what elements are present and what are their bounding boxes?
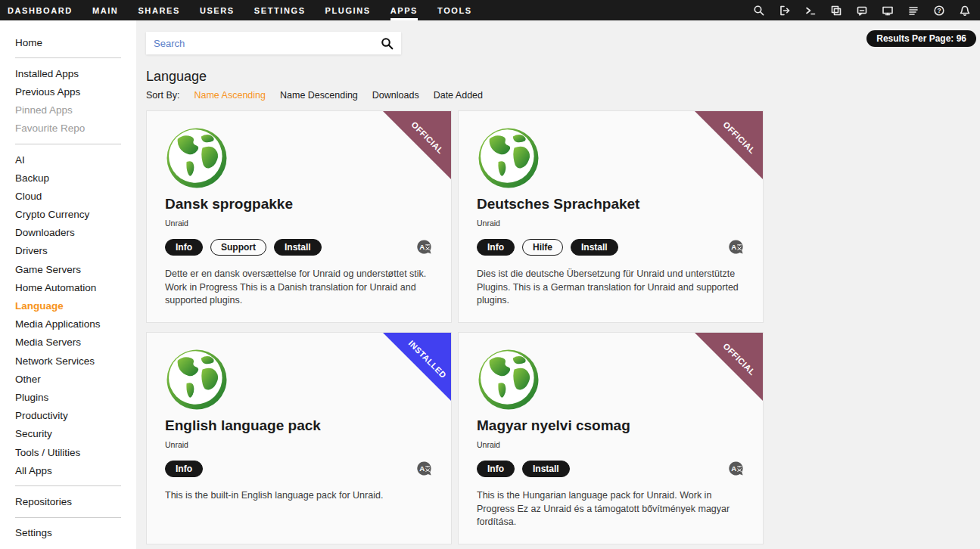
sidebar-item-favourite-repo: Favourite Repo (0, 119, 136, 138)
app-button-row: Info Hilfe Install A (477, 238, 745, 256)
search-submit-icon[interactable] (381, 37, 394, 50)
sidebar-item-language[interactable]: Language (0, 296, 136, 315)
svg-text:A: A (419, 464, 425, 473)
official-ribbon: OFFICIAL (382, 110, 452, 180)
sidebar-divider (15, 57, 121, 58)
top-navbar: DASHBOARD MAIN SHARES USERS SETTINGS PLU… (0, 0, 980, 20)
svg-text:A: A (731, 243, 736, 251)
logout-icon[interactable] (779, 5, 791, 17)
app-title[interactable]: English language pack (165, 417, 433, 434)
sidebar-item-downloaders[interactable]: Downloaders (0, 224, 136, 242)
sidebar-item-crypto-currency[interactable]: Crypto Currency (0, 206, 136, 224)
sidebar-divider (15, 517, 121, 518)
app-title[interactable]: Deutsches Sprachpaket (477, 196, 745, 212)
sidebar-item-media-servers[interactable]: Media Servers (0, 333, 136, 352)
sidebar-item-settings[interactable]: Settings (0, 524, 136, 542)
display-icon[interactable] (882, 5, 894, 17)
app-card-magyar-nyelvi-csomag: OFFICIAL Magyar nyelvi csomag Unraid Inf… (458, 332, 764, 544)
sidebar-item-productivity[interactable]: Productivity (0, 407, 136, 425)
sidebar-item-cloud[interactable]: Cloud (0, 187, 136, 205)
install-button[interactable]: Install (571, 239, 618, 256)
info-button[interactable]: Info (477, 461, 515, 477)
sidebar-item-backup[interactable]: Backup (0, 169, 136, 187)
sidebar-item-pinned-apps: Pinned Apps (0, 101, 136, 119)
support-button[interactable]: Hilfe (522, 239, 563, 256)
sidebar-item-other[interactable]: Other (0, 370, 136, 388)
sidebar: Home Installed Apps Previous Apps Pinned… (0, 20, 136, 549)
translate-icon[interactable]: A (727, 238, 745, 256)
app-card-deutsches-sprachpaket: OFFICIAL Deutsches Sprachpaket Unraid In… (458, 110, 764, 323)
copy-icon[interactable] (830, 5, 842, 17)
sidebar-item-ai[interactable]: AI (0, 150, 136, 169)
sidebar-item-media-applications[interactable]: Media Applications (0, 315, 136, 333)
search-input[interactable] (154, 38, 381, 49)
globe-icon[interactable] (165, 348, 229, 411)
nav-item-settings[interactable]: SETTINGS (254, 0, 306, 20)
nav-icon-group: ? (753, 0, 980, 20)
sidebar-divider (15, 144, 121, 144)
nav-item-plugins[interactable]: PLUGINS (325, 0, 371, 20)
installed-ribbon: INSTALLED (382, 332, 452, 402)
main-layout: Home Installed Apps Previous Apps Pinned… (0, 20, 980, 549)
sidebar-item-security[interactable]: Security (0, 425, 136, 443)
app-button-row: Info A (165, 460, 433, 477)
notifications-icon[interactable] (959, 5, 971, 17)
install-button[interactable]: Install (522, 461, 570, 477)
sidebar-item-tools-utilities[interactable]: Tools / Utilities (0, 443, 136, 461)
sort-name-descending[interactable]: Name Descending (280, 90, 358, 101)
log-icon[interactable] (907, 5, 919, 17)
terminal-icon[interactable] (804, 5, 817, 17)
translate-icon[interactable]: A (727, 460, 745, 477)
app-author: Unraid (477, 219, 745, 228)
page-title: Language (146, 69, 980, 85)
sidebar-item-plugins[interactable]: Plugins (0, 388, 136, 406)
nav-item-users[interactable]: USERS (200, 0, 235, 20)
sort-row: Sort By: Name Ascending Name Descending … (146, 90, 980, 101)
app-description: This is the built-in English language pa… (165, 489, 433, 503)
sidebar-item-game-servers[interactable]: Game Servers (0, 260, 136, 278)
sort-name-ascending[interactable]: Name Ascending (194, 90, 266, 101)
sidebar-item-all-apps[interactable]: All Apps (0, 461, 136, 479)
globe-icon[interactable] (477, 126, 540, 190)
app-card-english-language-pack: INSTALLED English language pack Unraid I… (146, 332, 452, 544)
svg-text:A: A (419, 243, 425, 251)
app-description: Dies ist die deutsche Übersetzung für Un… (477, 268, 745, 308)
sidebar-item-network-services[interactable]: Network Services (0, 352, 136, 370)
app-author: Unraid (165, 219, 433, 228)
info-button[interactable]: Info (477, 239, 515, 256)
app-card-grid: OFFICIAL Dansk sprogpakke Unraid Info Su… (146, 110, 980, 544)
official-ribbon: OFFICIAL (694, 332, 764, 402)
app-button-row: Info Install A (477, 460, 745, 477)
translate-icon[interactable]: A (415, 238, 433, 256)
sort-downloads[interactable]: Downloads (372, 90, 419, 101)
search-box (146, 32, 401, 54)
sidebar-item-home[interactable]: Home (0, 33, 136, 51)
nav-item-shares[interactable]: SHARES (138, 0, 179, 20)
sidebar-item-installed-apps[interactable]: Installed Apps (0, 64, 136, 82)
results-per-page-button[interactable]: Results Per Page: 96 (866, 30, 976, 47)
sort-date-added[interactable]: Date Added (434, 90, 483, 101)
info-button[interactable]: Info (165, 239, 203, 256)
app-title[interactable]: Dansk sprogpakke (165, 196, 433, 212)
feedback-icon[interactable] (856, 5, 868, 17)
app-author: Unraid (477, 440, 745, 449)
globe-icon[interactable] (477, 348, 540, 411)
globe-icon[interactable] (165, 126, 229, 190)
info-button[interactable]: Info (165, 461, 203, 477)
translate-icon[interactable]: A (415, 460, 433, 477)
sidebar-item-home-automation[interactable]: Home Automation (0, 278, 136, 296)
sidebar-item-repositories[interactable]: Repositories (0, 492, 136, 510)
install-button[interactable]: Install (274, 239, 322, 256)
official-ribbon: OFFICIAL (694, 110, 764, 180)
sidebar-item-previous-apps[interactable]: Previous Apps (0, 82, 136, 101)
support-button[interactable]: Support (210, 239, 266, 256)
nav-item-dashboard[interactable]: DASHBOARD (8, 0, 73, 20)
sidebar-item-drivers[interactable]: Drivers (0, 242, 136, 260)
help-icon[interactable]: ? (933, 5, 945, 17)
app-title[interactable]: Magyar nyelvi csomag (477, 417, 745, 434)
nav-item-tools[interactable]: TOOLS (437, 0, 472, 20)
search-icon[interactable] (753, 5, 765, 17)
nav-item-main[interactable]: MAIN (92, 0, 119, 20)
app-description: Dette er en dansk oversættelse for Unrai… (165, 268, 433, 308)
nav-item-apps[interactable]: APPS (390, 0, 418, 20)
